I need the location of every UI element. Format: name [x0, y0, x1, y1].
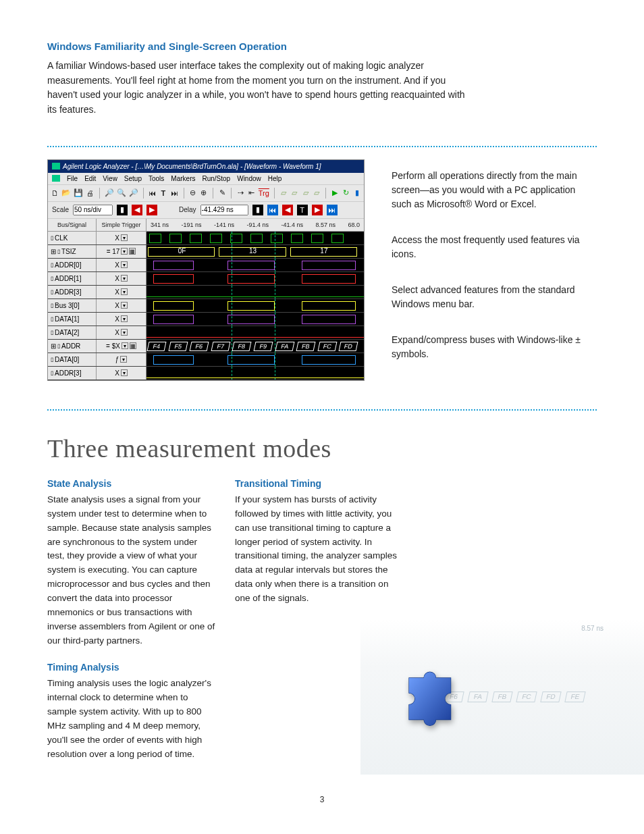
run-rep-icon[interactable]: ↻ — [342, 188, 350, 199]
trigger-cell[interactable]: X▾ — [97, 326, 146, 339]
trigger-dropdown-icon[interactable]: ▾ — [121, 302, 128, 309]
trigger-cell[interactable]: = $X▾▦ — [97, 340, 146, 353]
trigger-cell[interactable]: X▾ — [97, 313, 146, 325]
marker-b-icon[interactable]: ⇤ — [247, 188, 255, 199]
delay-input[interactable] — [200, 205, 248, 215]
delay-label: Delay — [179, 206, 196, 213]
menu-file[interactable]: File — [67, 175, 78, 182]
find-next-icon[interactable]: 🔎 — [129, 188, 138, 199]
flag1-icon[interactable]: ▱ — [279, 188, 288, 199]
fade-hex-value: FC — [516, 692, 537, 702]
new-icon[interactable]: 🗋 — [51, 188, 59, 199]
waveform-lane: F4F5F6F7F8F9FAFBFCFD — [146, 340, 364, 353]
flag3-icon[interactable]: ▱ — [301, 188, 309, 199]
trigger-cell[interactable]: X▾ — [97, 272, 146, 285]
save-icon[interactable]: 💾 — [74, 188, 83, 199]
time-label: 341 ns — [151, 221, 169, 228]
trg-icon[interactable]: Trg — [259, 188, 269, 199]
bullet-1: Perform all operations directly from the… — [392, 169, 597, 211]
menu-runstop[interactable]: Run/Stop — [202, 175, 230, 182]
delay-skip-start-icon[interactable]: ⏮ — [267, 205, 278, 215]
delay-home-icon[interactable]: ▮ — [252, 205, 263, 215]
hex-value: F7 — [211, 342, 230, 351]
menu-tools[interactable]: Tools — [149, 175, 164, 182]
skip-end-icon[interactable]: ⏭ — [170, 188, 178, 199]
hex-value: FC — [317, 342, 337, 351]
menu-view[interactable]: View — [103, 175, 117, 182]
signal-name[interactable]: ▯DATA[1] — [48, 313, 97, 325]
find-prev-icon[interactable]: 🔍 — [117, 188, 126, 199]
delay-prev-icon[interactable]: ◀ — [282, 205, 293, 215]
trigger-dropdown-icon[interactable]: ▾ — [120, 356, 127, 363]
scale-dec-icon[interactable]: ▮ — [117, 205, 128, 215]
scale-coarse-dec-icon[interactable]: ◀ — [132, 205, 142, 215]
open-icon[interactable]: 📂 — [61, 188, 71, 199]
waveform-lane — [146, 286, 364, 298]
trigger-edit-icon[interactable]: ▦ — [130, 342, 136, 349]
signal-name[interactable]: ▯ADDR[3] — [48, 286, 97, 298]
zoom-out-icon[interactable]: ⊖ — [188, 188, 196, 199]
timing-body: Timing analysis uses the logic analyzer'… — [47, 677, 216, 762]
signal-name[interactable]: ▯ADDR[3] — [48, 367, 97, 380]
fade-time-label: 8.57 ns — [581, 625, 603, 632]
print-icon[interactable]: 🖨 — [86, 188, 94, 199]
delay-skip-end-icon[interactable]: ⏭ — [327, 205, 338, 215]
trigger-dropdown-icon[interactable]: ▾ — [121, 275, 128, 282]
trigger-dropdown-icon[interactable]: ▾ — [121, 369, 128, 376]
signal-name[interactable]: ⊞▯ADDR — [48, 340, 97, 353]
trigger-dropdown-icon[interactable]: ▾ — [121, 248, 128, 255]
signal-row: ▯ADDR[0]X▾ — [48, 259, 364, 272]
skip-start-icon[interactable]: ⏮ — [148, 188, 156, 199]
menu-window[interactable]: Window — [237, 175, 261, 182]
flag2-icon[interactable]: ▱ — [290, 188, 298, 199]
expand-icon[interactable]: ⊞ — [51, 342, 56, 350]
trigger-dropdown-icon[interactable]: ▾ — [121, 261, 128, 268]
scale-coarse-inc-icon[interactable]: ▶ — [146, 205, 157, 215]
trigger-cell[interactable]: X▾ — [97, 286, 146, 298]
delay-next-icon[interactable]: ▶ — [312, 205, 323, 215]
hex-value: F9 — [254, 342, 273, 351]
trigger-dropdown-icon[interactable]: ▾ — [121, 315, 128, 322]
trigger-cell[interactable]: X▾ — [97, 367, 146, 380]
trigger-dropdown-icon[interactable]: ▾ — [122, 342, 128, 349]
app-screenshot: Agilent Logic Analyzer - […\My Documents… — [47, 159, 365, 381]
zoom-in-icon[interactable]: ⊕ — [200, 188, 208, 199]
trigger-cell[interactable]: X▾ — [97, 259, 146, 271]
signal-name[interactable]: ▯DATA[0] — [48, 353, 97, 366]
run-icon[interactable]: ▶ — [331, 188, 339, 199]
trigger-cell[interactable]: X▾ — [97, 299, 146, 312]
doc-icon — [52, 175, 60, 182]
trigger-cell[interactable]: X▾ — [97, 232, 146, 244]
signal-name[interactable]: ⊞▯TSIZ — [48, 245, 97, 258]
trigger-dropdown-icon[interactable]: ▾ — [121, 288, 128, 295]
signal-name[interactable]: ▯CLK — [48, 232, 97, 244]
tool-icon[interactable]: ✎ — [218, 188, 226, 199]
menu-markers[interactable]: Markers — [171, 175, 195, 182]
marker-a-icon[interactable]: ⇢ — [236, 188, 244, 199]
trigger-cell[interactable]: = 17▾▦ — [97, 245, 146, 258]
signal-name[interactable]: ▯Bus 3[0] — [48, 299, 97, 312]
signal-name[interactable]: ▯ADDR[1] — [48, 272, 97, 285]
bullet-3: Select advanced features from the standa… — [392, 283, 597, 311]
trigger-dropdown-icon[interactable]: ▾ — [121, 329, 128, 336]
trigger-icon[interactable]: T — [159, 188, 167, 199]
flag4-icon[interactable]: ▱ — [313, 188, 321, 199]
trigger-dropdown-icon[interactable]: ▾ — [121, 234, 128, 241]
menu-help[interactable]: Help — [268, 175, 282, 182]
fade-hex-value: FA — [467, 692, 488, 702]
signal-name[interactable]: ▯ADDR[0] — [48, 259, 97, 271]
scale-bar: Scale ▮ ◀ ▶ Delay ▮ ⏮ ◀ T ▶ ⏭ — [48, 201, 364, 218]
menu-edit[interactable]: Edit — [84, 175, 96, 182]
trigger-edit-icon[interactable]: ▦ — [129, 248, 136, 255]
delay-trig-icon[interactable]: T — [297, 205, 308, 215]
stop-icon[interactable]: ▮ — [353, 188, 361, 199]
trigger-cell[interactable]: ƒ▾ — [97, 353, 146, 366]
section-heading: Windows Familiarity and Single-Screen Op… — [47, 41, 597, 52]
menu-setup[interactable]: Setup — [124, 175, 142, 182]
scale-input[interactable] — [73, 205, 113, 215]
expand-icon[interactable]: ⊞ — [51, 248, 56, 255]
find-icon[interactable]: 🔎 — [105, 188, 114, 199]
signal-name[interactable]: ▯DATA[2] — [48, 326, 97, 339]
signal-row: ▯ADDR[3]X▾ — [48, 286, 364, 299]
bus-header: Bus/Signal — [48, 219, 97, 231]
